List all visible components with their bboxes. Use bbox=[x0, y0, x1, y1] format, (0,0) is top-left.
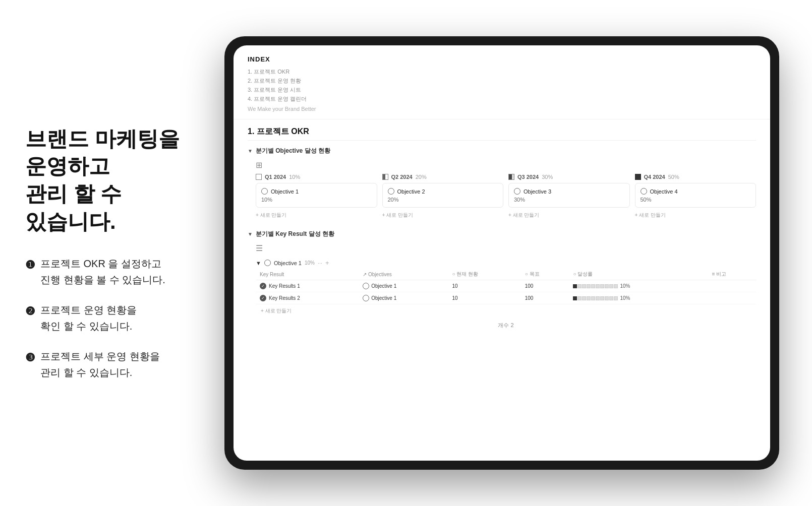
quarter-label: Q2 2024 bbox=[391, 174, 413, 180]
kr-table-th: ○ 달성률 bbox=[569, 269, 708, 280]
kr-table-body: ✓ Key Results 1 Objective 1 10 100 10% ✓… bbox=[256, 280, 756, 304]
index-tagline: We Make your Brand Better bbox=[248, 106, 756, 112]
kr-table-th: ≡ 비고 bbox=[708, 269, 756, 280]
prog-block-filled bbox=[573, 296, 577, 300]
section-title: 1. 프로젝트 OKR bbox=[248, 126, 756, 141]
kr-progress-cell: 10% bbox=[569, 280, 708, 292]
obj-group-menu[interactable]: ··· bbox=[318, 260, 322, 266]
quarter-pct: 50% bbox=[668, 174, 679, 180]
kr-obj-cell: Objective 1 bbox=[359, 292, 448, 304]
obj-circle bbox=[261, 188, 268, 195]
main-content[interactable]: 1. 프로젝트 OKR ▼ 분기별 Objective 달성 현황 ⊞ Q1 2… bbox=[234, 119, 770, 461]
prog-block-empty bbox=[582, 296, 586, 300]
obj-name: Objective 4 bbox=[650, 188, 678, 195]
kr-table-th: ○ 현재 현황 bbox=[448, 269, 520, 280]
check-icon: ✓ bbox=[260, 295, 266, 301]
prog-block-empty bbox=[587, 284, 591, 288]
obj-name: Objective 1 bbox=[271, 188, 299, 195]
quarter-col-2: Q2 2024 20% Objective 2 20% + 새로 만들기 bbox=[382, 174, 504, 220]
prog-pct: 10% bbox=[620, 283, 630, 289]
collapse-icon2[interactable]: ▼ bbox=[248, 231, 253, 237]
kr-table-row[interactable]: ✓ Key Results 2 Objective 1 10 100 10% bbox=[256, 292, 756, 304]
main-heading: 브랜드 마케팅을 운영하고 관리 할 수 있습니다. bbox=[25, 125, 187, 235]
obj-circle bbox=[641, 188, 647, 195]
index-link-item[interactable]: 1. 프로젝트 OKR bbox=[248, 68, 756, 76]
index-title: INDEX bbox=[248, 55, 756, 63]
list-view-icon[interactable]: ☰ bbox=[256, 243, 756, 253]
kr-header-row: Key Result↗ Objectives○ 현재 현황○ 목표○ 달성률≡ … bbox=[256, 269, 756, 280]
kr-progress-cell: 10% bbox=[569, 292, 708, 304]
subsection2-header: ▼ 분기별 Key Result 달성 현황 bbox=[248, 230, 756, 238]
quarter-icon bbox=[508, 174, 514, 180]
kr-target-cell: 100 bbox=[521, 280, 569, 292]
prog-block-empty bbox=[591, 284, 595, 288]
objective-group: ▼ Objective 1 10% ··· + bbox=[256, 257, 756, 315]
objective-card-header: Objective 3 bbox=[514, 188, 624, 195]
quarter-label: Q3 2024 bbox=[517, 174, 539, 180]
kr-objective: Objective 1 bbox=[371, 295, 396, 301]
expand-icon[interactable]: ▼ bbox=[256, 260, 261, 266]
quarter-header: Q2 2024 20% bbox=[382, 174, 504, 180]
quarter-icon bbox=[256, 174, 262, 180]
feature-item: ❶프로젝트 OKR 을 설정하고 진행 현황을 볼 수 있습니다. bbox=[25, 256, 187, 288]
prog-block-empty bbox=[596, 296, 600, 300]
objective-card[interactable]: Objective 2 20% bbox=[382, 183, 504, 208]
prog-block-empty bbox=[605, 296, 609, 300]
quarter-header: Q3 2024 30% bbox=[508, 174, 630, 180]
obj-pct: 20% bbox=[388, 197, 498, 203]
index-link-item[interactable]: 4. 프로젝트 운영 캘린더 bbox=[248, 95, 756, 103]
prog-block-empty bbox=[614, 284, 618, 288]
subsection2-title: 분기별 Key Result 달성 현황 bbox=[256, 230, 334, 238]
grid-view-icon[interactable]: ⊞ bbox=[256, 160, 756, 170]
kr-subsection: ▼ 분기별 Key Result 달성 현황 ☰ ▼ Objective 1 1… bbox=[248, 230, 756, 333]
quarter-label: Q4 2024 bbox=[644, 174, 665, 180]
kr-table-th: ○ 목표 bbox=[521, 269, 569, 280]
kr-current-cell: 10 bbox=[448, 280, 520, 292]
collapse-icon[interactable]: ▼ bbox=[248, 148, 253, 154]
objective-card[interactable]: Objective 4 50% bbox=[635, 183, 757, 208]
add-new-quarter-btn[interactable]: + 새로 만들기 bbox=[256, 211, 377, 220]
add-new-quarter-btn[interactable]: + 새로 만들기 bbox=[382, 211, 504, 220]
objective-card-header: Objective 1 bbox=[261, 188, 372, 195]
quarter-col-3: Q3 2024 30% Objective 3 30% + 새로 만들기 bbox=[508, 174, 630, 220]
prog-block-empty bbox=[577, 284, 582, 288]
kr-table-head: Key Result↗ Objectives○ 현재 현황○ 목표○ 달성률≡ … bbox=[256, 269, 756, 280]
objective-card[interactable]: Objective 1 10% bbox=[256, 183, 377, 208]
kr-objective: Objective 1 bbox=[371, 283, 396, 289]
prog-block-empty bbox=[591, 296, 595, 300]
index-link-item[interactable]: 3. 프로젝트 운영 시트 bbox=[248, 86, 756, 94]
kr-name-cell: ✓ Key Results 1 bbox=[256, 280, 359, 292]
prog-block-empty bbox=[605, 284, 609, 288]
feature-num-icon: ❸ bbox=[25, 349, 35, 366]
obj-group-pct: 10% bbox=[305, 260, 315, 266]
prog-block-empty bbox=[596, 284, 600, 288]
obj-group-add[interactable]: + bbox=[325, 259, 329, 267]
add-new-quarter-btn[interactable]: + 새로 만들기 bbox=[508, 211, 630, 220]
prog-block-empty bbox=[587, 296, 591, 300]
obj-pct: 30% bbox=[514, 197, 624, 203]
tablet-wrapper: INDEX 1. 프로젝트 OKR2. 프로젝트 운영 현황3. 프로젝트 운영… bbox=[212, 26, 812, 480]
obj-link-circle bbox=[363, 283, 369, 289]
add-new-quarter-btn[interactable]: + 새로 만들기 bbox=[635, 211, 757, 220]
objective-subsection: ▼ 분기별 Objective 달성 현황 ⊞ Q1 2024 10% Obje… bbox=[248, 147, 756, 220]
add-kr-btn[interactable]: + 새로 만들기 bbox=[256, 306, 756, 315]
index-links: 1. 프로젝트 OKR2. 프로젝트 운영 현황3. 프로젝트 운영 시트4. … bbox=[248, 68, 756, 103]
kr-name: Key Results 2 bbox=[269, 295, 300, 301]
kr-note-cell bbox=[708, 292, 756, 304]
kr-note-cell bbox=[708, 280, 756, 292]
quarter-label: Q1 2024 bbox=[265, 174, 286, 180]
obj-circle bbox=[388, 188, 394, 195]
tablet-screen: INDEX 1. 프로젝트 OKR2. 프로젝트 운영 현황3. 프로젝트 운영… bbox=[234, 45, 770, 461]
quarter-col-1: Q1 2024 10% Objective 1 10% + 새로 만들기 bbox=[256, 174, 377, 220]
quarter-icon bbox=[382, 174, 388, 180]
kr-table-row[interactable]: ✓ Key Results 1 Objective 1 10 100 10% bbox=[256, 280, 756, 292]
index-link-item[interactable]: 2. 프로젝트 운영 현황 bbox=[248, 77, 756, 85]
prog-block-empty bbox=[600, 296, 604, 300]
obj-name: Objective 3 bbox=[524, 188, 551, 195]
obj-group-name: Objective 1 bbox=[274, 260, 302, 266]
objective-card[interactable]: Objective 3 30% bbox=[508, 183, 630, 208]
obj-pct: 50% bbox=[641, 197, 751, 203]
kr-obj-cell: Objective 1 bbox=[359, 280, 448, 292]
kr-target-cell: 100 bbox=[521, 292, 569, 304]
subsection1-title: 분기별 Objective 달성 현황 bbox=[256, 147, 330, 155]
